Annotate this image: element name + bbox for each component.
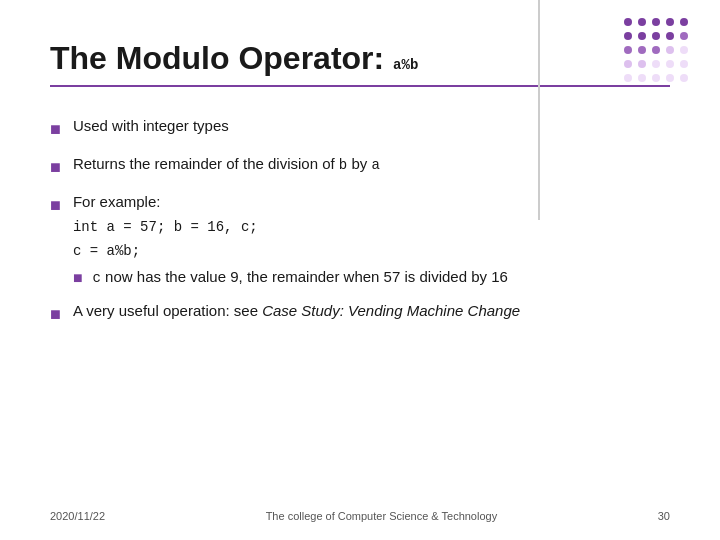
slide-content: ■ Used with integer types ■ Returns the … — [50, 115, 670, 328]
list-item: ■ Returns the remainder of the division … — [50, 153, 670, 181]
list-item: ■ A very useful operation: see Case Stud… — [50, 300, 670, 328]
title-code: a%b — [393, 57, 418, 73]
bullet-text: For example: int a = 57; b = 16, c; c = … — [73, 191, 670, 290]
bullet-dot: ■ — [50, 154, 61, 181]
code-line-1: int a = 57; b = 16, c; — [73, 217, 670, 238]
slide-title: The Modulo Operator: a%b — [50, 40, 670, 87]
inline-code: b — [339, 157, 347, 173]
italic-text: Case Study: Vending Machine Change — [262, 302, 520, 319]
bullet-dot: ■ — [50, 116, 61, 143]
inner-bullet-text: c now has the value 9, the remainder whe… — [93, 266, 508, 289]
bullet-text: Used with integer types — [73, 115, 670, 138]
list-item: ■ For example: int a = 57; b = 16, c; c … — [50, 191, 670, 290]
code-line-2: c = a%b; — [73, 241, 670, 262]
footer-page: 30 — [658, 510, 670, 522]
inner-bullet-dot: ■ — [73, 266, 83, 290]
for-example-label: For example: — [73, 193, 161, 210]
bullet-dot: ■ — [50, 301, 61, 328]
list-item: ■ Used with integer types — [50, 115, 670, 143]
inline-code: c — [93, 270, 101, 286]
bullet-dot: ■ — [50, 192, 61, 219]
decorative-dots — [624, 18, 690, 84]
bullet-list: ■ Used with integer types ■ Returns the … — [50, 115, 670, 328]
inner-bullet: ■ c now has the value 9, the remainder w… — [73, 266, 670, 290]
footer-center: The college of Computer Science & Techno… — [266, 510, 498, 522]
inline-code: a — [371, 157, 379, 173]
slide-footer: 2020/11/22 The college of Computer Scien… — [50, 510, 670, 522]
slide: The Modulo Operator: a%b ■ Used with int… — [0, 0, 720, 540]
bullet-text: Returns the remainder of the division of… — [73, 153, 670, 176]
bullet-text: A very useful operation: see Case Study:… — [73, 300, 670, 323]
title-text: The Modulo Operator: — [50, 40, 393, 76]
vertical-bar — [538, 0, 540, 220]
footer-date: 2020/11/22 — [50, 510, 105, 522]
